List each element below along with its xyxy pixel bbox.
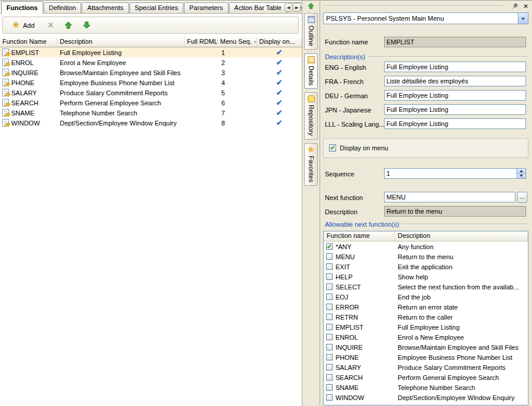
table-row[interactable]: INQUIREBrowse/Maintain Employee and Skil… — [0, 67, 302, 78]
allowable-row[interactable]: HELPShow help — [324, 272, 528, 282]
description-input[interactable]: Full Employee Listing — [384, 90, 526, 101]
allowable-row[interactable]: ERRORReturn an error state — [324, 302, 528, 312]
move-down-icon[interactable] — [83, 21, 91, 29]
display-on-check-icon[interactable] — [276, 59, 283, 66]
display-on-check-icon[interactable] — [276, 120, 283, 127]
caption-line — [368, 56, 528, 57]
allowable-checkbox[interactable] — [326, 283, 333, 290]
pin-icon[interactable] — [511, 2, 520, 10]
table-row[interactable]: ENROLEnrol a New Employee2 — [0, 57, 302, 67]
browse-button[interactable]: ... — [517, 192, 527, 203]
display-on-check-icon[interactable] — [276, 89, 283, 96]
tab-definition[interactable]: Definition — [44, 2, 82, 13]
allowable-checkbox[interactable] — [326, 314, 333, 320]
allowable-checkbox[interactable] — [326, 263, 333, 270]
description-input[interactable]: Liste détaillée des employés — [384, 76, 526, 86]
allowable-row[interactable]: WINDOWDept/Section/Employee Window Enqui… — [324, 392, 528, 402]
move-up-icon[interactable] — [65, 21, 72, 29]
allowable-row[interactable]: SNAMETelephone Number Search — [324, 382, 528, 392]
allowable-row[interactable]: MENUReturn to the menu — [324, 252, 528, 262]
allowable-row[interactable]: SALARYProduce Salary Commitment Reports — [324, 362, 528, 372]
allowable-row[interactable]: SELECTSelect the next function from the … — [324, 282, 528, 292]
table-row[interactable]: SNAMETelephone Number Search7 — [0, 108, 302, 118]
description-input[interactable]: Full Employee Listing — [384, 62, 526, 72]
add-button-label: Add — [23, 22, 35, 29]
sequence-field[interactable]: 1 — [384, 168, 526, 179]
caption-line — [402, 224, 528, 225]
display-on-check-icon[interactable] — [276, 69, 283, 76]
table-row[interactable]: EMPLISTFull Employee Listing1 — [0, 47, 302, 57]
allowable-checkbox[interactable] — [326, 384, 333, 391]
spinner-down-button[interactable] — [517, 174, 525, 179]
delete-icon[interactable] — [47, 21, 54, 30]
table-row[interactable]: SALARYProduce Salary Commitment Reports5 — [0, 88, 302, 98]
allowable-checkbox[interactable] — [326, 364, 333, 370]
column-menu-seq[interactable]: Menu Seq. — [218, 37, 257, 47]
allowable-row[interactable]: RETRNReturn to the caller — [324, 312, 528, 322]
table-row[interactable]: PHONEEmployee Business Phone Number List… — [0, 78, 302, 88]
column-description[interactable]: Description — [57, 37, 185, 47]
allowable-description: Any function — [395, 243, 528, 250]
allowable-checkbox[interactable] — [326, 304, 333, 310]
allowable-checkbox[interactable] — [326, 324, 333, 330]
allowable-checkbox[interactable] — [326, 374, 333, 381]
allowable-row[interactable]: SEARCHPerform General Employee Search — [324, 372, 528, 382]
combo-dropdown-button[interactable] — [518, 13, 528, 24]
allowable-function-name: INQUIRE — [336, 344, 363, 351]
table-row[interactable]: WINDOWDept/Section/Employee Window Enqui… — [0, 118, 302, 128]
tab-action-bar-table[interactable]: Action Bar Table — [229, 2, 287, 13]
allowable-checkbox[interactable] — [326, 253, 333, 260]
side-tab-favorites[interactable]: Favorites — [304, 143, 318, 186]
allowable-description: Perform General Employee Search — [395, 374, 528, 381]
spinner-up-button[interactable] — [517, 169, 525, 174]
language-label: FRA - French — [325, 78, 363, 85]
display-on-check-icon[interactable] — [276, 49, 283, 56]
display-on-check-icon[interactable] — [276, 99, 283, 107]
display-on-check-icon[interactable] — [276, 79, 283, 86]
function-doc-icon — [2, 119, 9, 127]
side-tab-outline[interactable]: Outline — [304, 13, 318, 50]
close-icon[interactable] — [521, 2, 530, 10]
tab-attachments[interactable]: Attachments — [82, 2, 128, 13]
allowable-description: Produce Salary Commitment Reports — [395, 364, 528, 371]
function-doc-icon — [2, 109, 9, 117]
tab-parameters[interactable]: Parameters — [184, 2, 228, 13]
column-function-name[interactable]: Function Name — [0, 37, 57, 47]
allowable-checkbox[interactable] — [326, 273, 333, 280]
details-icon — [308, 56, 315, 63]
allowable-checkbox[interactable] — [326, 294, 333, 300]
allowable-row[interactable]: *ANYAny function — [324, 241, 528, 252]
side-tab-details[interactable]: Details — [304, 53, 318, 89]
description-input[interactable]: Full Employee Listing — [384, 118, 526, 129]
tab-functions[interactable]: Functions — [1, 1, 43, 14]
tab-scroll-right-button[interactable]: ▶ — [293, 3, 301, 12]
allowable-checkbox[interactable] — [326, 344, 333, 350]
table-row[interactable]: SEARCHPerform General Employee Search6 — [0, 98, 302, 108]
tab-special-entries[interactable]: Special Entries — [130, 2, 183, 13]
allowable-checkbox[interactable] — [326, 394, 333, 401]
next-function-field[interactable]: MENU — [384, 192, 515, 202]
allowable-row[interactable]: EMPLISTFull Employee Listing — [324, 322, 528, 332]
allowable-row[interactable]: INQUIREBrowse/Maintain Employee and Skil… — [324, 342, 528, 352]
tab-scroll-left-button[interactable]: ◀ — [285, 3, 292, 12]
allowable-checkbox[interactable] — [326, 354, 333, 360]
allowable-checkbox[interactable] — [326, 334, 333, 340]
allowable-function-name: RETRN — [336, 314, 358, 321]
column-display-on[interactable]: Display on... — [257, 37, 302, 47]
side-tab-repository[interactable]: Repository — [304, 92, 318, 140]
object-selector-combobox[interactable]: PSLSYS - Personnel System Main Menu — [323, 12, 528, 24]
description-cell: Produce Salary Commitment Reports — [57, 89, 185, 96]
allowable-checkbox[interactable] — [326, 243, 333, 250]
display-on-menu-checkbox[interactable] — [329, 144, 336, 152]
allowable-row[interactable]: PHONEEmployee Business Phone Number List — [324, 352, 528, 362]
description-input[interactable]: Full Employee Listing — [384, 104, 526, 115]
column-full-rdmlx[interactable]: Full RDMLX — [185, 37, 218, 47]
allowable-row[interactable]: EOJEnd the job — [324, 292, 528, 302]
allowable-row[interactable]: EXITExit the application — [324, 262, 528, 272]
allowable-column-description[interactable]: Description — [395, 231, 528, 241]
allowable-column-function-name[interactable]: Function name — [324, 231, 395, 241]
strip-scroll-up-icon[interactable] — [308, 2, 314, 9]
allowable-row[interactable]: ENROLEnrol a New Employee — [324, 332, 528, 342]
add-button[interactable]: Add — [10, 20, 37, 30]
display-on-check-icon[interactable] — [276, 109, 283, 117]
